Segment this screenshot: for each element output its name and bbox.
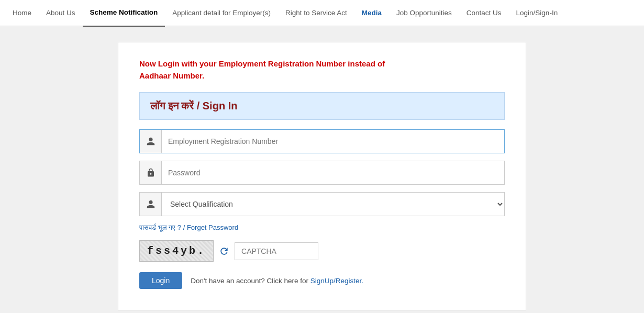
employment-input-row — [139, 129, 505, 153]
forgot-password-link: पासवर्ड भूल गए ? / Forget Password — [139, 223, 505, 232]
nav-about[interactable]: About Us — [39, 0, 83, 26]
forgot-password-anchor[interactable]: पासवर्ड भूल गए ? / Forget Password — [139, 223, 238, 231]
captcha-image: fss4yb. — [139, 240, 214, 262]
nav-contact[interactable]: Contact Us — [459, 0, 509, 26]
nav-applicant[interactable]: Applicant detail for Employer(s) — [165, 0, 278, 26]
user-icon — [140, 130, 162, 153]
main-card: Now Login with your Employment Registrat… — [118, 42, 526, 310]
nav-jobs[interactable]: Job Opportunities — [389, 0, 459, 26]
signin-title: लॉग इन करें / Sign In — [150, 100, 237, 111]
nav-login[interactable]: Login/Sign-In — [509, 0, 565, 26]
signup-text: Don't have an account? Click here for Si… — [191, 277, 363, 285]
qualification-user-icon — [140, 193, 162, 216]
captcha-row: fss4yb. — [139, 240, 505, 262]
nav-scheme[interactable]: Scheme Notification — [83, 0, 165, 27]
nav-rts[interactable]: Right to Service Act — [278, 0, 354, 26]
refresh-captcha-button[interactable] — [219, 246, 229, 256]
qualification-select[interactable]: Select QualificationBelow 8th8th Pass10t… — [162, 193, 504, 216]
employment-input[interactable] — [162, 130, 504, 153]
lock-icon — [140, 161, 162, 184]
password-input[interactable] — [162, 161, 504, 184]
signup-link[interactable]: SignUp/Register. — [310, 277, 363, 285]
login-row: Login Don't have an account? Click here … — [139, 272, 505, 289]
qualification-row: Select QualificationBelow 8th8th Pass10t… — [139, 192, 505, 216]
nav-media[interactable]: Media — [354, 0, 389, 26]
no-account-text: Don't have an account? Click here for — [191, 277, 310, 285]
notice-text: Now Login with your Employment Registrat… — [139, 58, 505, 82]
navbar: Home About Us Scheme Notification Applic… — [0, 0, 644, 26]
login-button[interactable]: Login — [139, 272, 182, 289]
signin-header: लॉग इन करें / Sign In — [139, 92, 505, 120]
captcha-input[interactable] — [235, 242, 318, 260]
nav-home[interactable]: Home — [5, 0, 39, 26]
password-input-row — [139, 161, 505, 185]
